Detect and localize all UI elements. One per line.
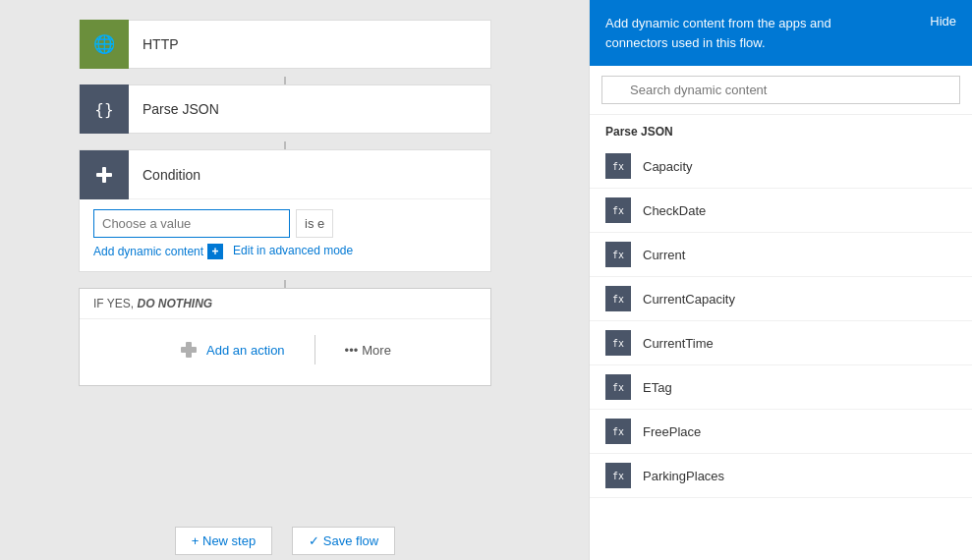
dynamic-item-label: ETag <box>643 380 672 395</box>
dynamic-item[interactable]: fx Capacity <box>590 144 972 189</box>
add-action-label: Add an action <box>206 343 285 358</box>
if-yes-header: IF YES, DO NOTHING <box>80 289 490 319</box>
http-label: HTTP <box>129 36 179 52</box>
plus-icon: + <box>207 244 223 259</box>
bottom-bar: + New step ✓ Save flow <box>0 521 570 560</box>
dynamic-item[interactable]: fx CheckDate <box>590 189 972 233</box>
dynamic-item[interactable]: fx ETag <box>590 365 972 410</box>
dynamic-item-label: Capacity <box>643 159 693 174</box>
if-yes-box: IF YES, DO NOTHING Add an action ••• Mor… <box>79 288 491 386</box>
more-label: More <box>362 343 391 358</box>
save-flow-button[interactable]: ✓ Save flow <box>292 527 395 555</box>
dynamic-panel-description: Add dynamic content from the apps and co… <box>605 14 881 52</box>
new-step-button[interactable]: + New step <box>175 527 272 555</box>
condition-icon <box>80 150 129 199</box>
dynamic-search-input[interactable] <box>601 76 960 104</box>
dynamic-item-label: FreePlace <box>643 424 701 439</box>
dynamic-section-label: Parse JSON <box>590 115 972 144</box>
dynamic-item-label: ParkingPlaces <box>643 469 724 483</box>
condition-label: Condition <box>129 167 200 183</box>
dynamic-item-icon: fx <box>605 463 631 488</box>
condition-links: Add dynamic content + Edit in advanced m… <box>93 244 477 259</box>
dynamic-content-panel: Add dynamic content from the apps and co… <box>589 0 972 560</box>
dynamic-item-label: CurrentTime <box>643 336 714 351</box>
dynamic-item-icon: fx <box>605 374 631 400</box>
dynamic-item-icon: fx <box>605 330 631 356</box>
dynamic-item[interactable]: fx Current <box>590 233 972 277</box>
dynamic-item-icon: fx <box>605 153 631 179</box>
save-flow-label: ✓ Save flow <box>309 533 378 548</box>
parse-json-icon: {} <box>80 84 129 134</box>
more-button[interactable]: ••• More <box>345 343 391 358</box>
flow-area: 🌐 HTTP {} Parse JSON Condition is e <box>0 0 570 560</box>
condition-operator: is e <box>296 209 333 238</box>
hide-button[interactable]: Hide <box>930 14 956 28</box>
http-icon: 🌐 <box>80 20 129 69</box>
condition-value-input[interactable] <box>93 209 290 238</box>
svg-rect-3 <box>186 342 192 358</box>
dynamic-item-label: CheckDate <box>643 203 706 218</box>
add-action-icon <box>179 340 199 360</box>
dynamic-item[interactable]: fx FreePlace <box>590 410 972 454</box>
dynamic-search-row: 🔍 <box>590 66 972 115</box>
dynamic-item-icon: fx <box>605 286 631 311</box>
dynamic-item[interactable]: fx ParkingPlaces <box>590 454 972 498</box>
edit-advanced-mode-link[interactable]: Edit in advanced mode <box>233 244 353 259</box>
parse-json-step-card[interactable]: {} Parse JSON <box>79 84 491 134</box>
dynamic-items-list: Parse JSON fx Capacity fx CheckDate fx C… <box>590 115 972 560</box>
add-action-button[interactable]: Add an action <box>179 340 285 360</box>
new-step-label: + New step <box>192 533 256 548</box>
if-yes-actions: Add an action ••• More <box>80 319 490 380</box>
svg-rect-1 <box>102 167 106 183</box>
condition-card: Condition is e Add dynamic content + Edi… <box>79 149 491 272</box>
dynamic-item[interactable]: fx CurrentTime <box>590 321 972 365</box>
dynamic-item[interactable]: fx CurrentCapacity <box>590 277 972 321</box>
parse-json-label: Parse JSON <box>129 101 219 117</box>
dynamic-panel-header: Add dynamic content from the apps and co… <box>590 0 972 66</box>
condition-header[interactable]: Condition <box>80 150 490 199</box>
dynamic-item-icon: fx <box>605 242 631 267</box>
add-dynamic-content-button[interactable]: Add dynamic content + <box>93 244 223 259</box>
dynamic-item-icon: fx <box>605 419 631 444</box>
dynamic-item-label: Current <box>643 248 685 262</box>
separator <box>314 335 315 364</box>
dynamic-item-icon: fx <box>605 197 631 223</box>
dynamic-item-label: CurrentCapacity <box>643 292 735 307</box>
add-dynamic-label: Add dynamic content <box>93 245 203 258</box>
http-step-card[interactable]: 🌐 HTTP <box>79 20 491 69</box>
condition-body: is e Add dynamic content + Edit in advan… <box>80 199 490 271</box>
more-dots: ••• <box>345 343 359 358</box>
search-wrapper: 🔍 <box>601 76 960 104</box>
condition-input-row: is e <box>93 209 477 238</box>
